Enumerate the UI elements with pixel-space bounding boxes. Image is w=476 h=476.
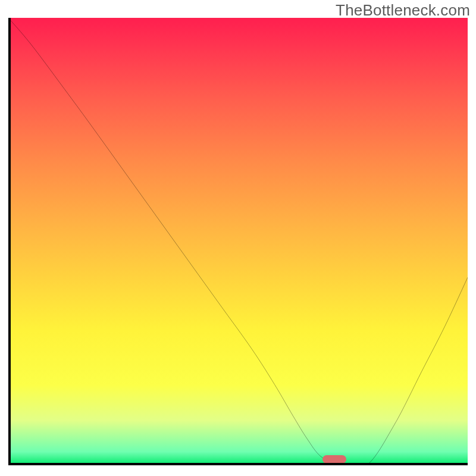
curve-path <box>8 18 468 465</box>
chart-container: TheBottleneck.com <box>0 0 476 476</box>
watermark-text: TheBottleneck.com <box>336 1 470 20</box>
plot-area <box>8 18 468 465</box>
optimal-marker <box>322 455 346 464</box>
bottleneck-curve <box>8 18 468 465</box>
